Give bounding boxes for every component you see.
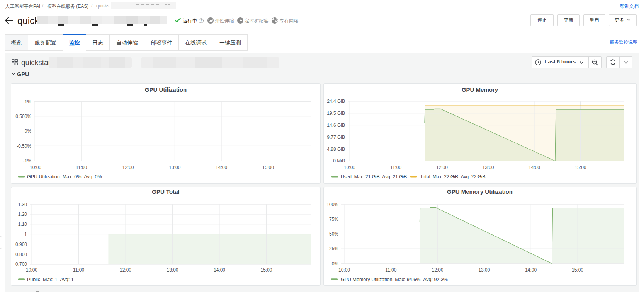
- svg-text:14:00: 14:00: [214, 267, 225, 273]
- svg-text:-1%: -1%: [23, 158, 32, 164]
- svg-text:15:00: 15:00: [262, 165, 274, 170]
- svg-text:15:00: 15:00: [574, 165, 586, 170]
- svg-text:15:00: 15:00: [260, 267, 272, 273]
- svg-text:11:00: 11:00: [385, 267, 396, 273]
- svg-text:11:00: 11:00: [76, 165, 87, 170]
- svg-text:25%: 25%: [329, 246, 338, 251]
- svg-text:10:00: 10:00: [26, 267, 37, 273]
- svg-text:1%: 1%: [25, 99, 32, 104]
- svg-text:GPU Memory Utilization: GPU Memory Utilization: [447, 188, 513, 195]
- svg-text:Public Max: 1 Avg: 1: Public Max: 1 Avg: 1: [27, 277, 74, 282]
- svg-text:0.900: 0.900: [15, 242, 27, 247]
- svg-text:19.5 GiB: 19.5 GiB: [327, 111, 345, 116]
- svg-text:75%: 75%: [329, 217, 338, 222]
- svg-text:13:00: 13:00: [169, 165, 180, 170]
- svg-text:GPU Memory Utilization Max: 9: GPU Memory Utilization Max: 94.6% Avg: 9…: [341, 277, 448, 282]
- svg-text:1.10: 1.10: [18, 222, 27, 227]
- svg-text:0.500%: 0.500%: [15, 114, 31, 119]
- svg-text:14.6 GiB: 14.6 GiB: [327, 123, 345, 128]
- svg-text:11:00: 11:00: [73, 267, 84, 273]
- svg-text:10:00: 10:00: [30, 165, 41, 170]
- svg-text:13:00: 13:00: [478, 267, 490, 273]
- svg-text:1.20: 1.20: [18, 212, 27, 217]
- svg-text:1: 1: [24, 232, 27, 237]
- svg-text:4.88 GiB: 4.88 GiB: [327, 147, 345, 152]
- svg-text:12:00: 12:00: [432, 267, 443, 273]
- svg-text:12:00: 12:00: [436, 165, 448, 170]
- svg-text:15:00: 15:00: [572, 267, 583, 273]
- svg-text:12:00: 12:00: [122, 165, 134, 170]
- svg-text:14:00: 14:00: [525, 267, 537, 273]
- svg-text:24.4 GiB: 24.4 GiB: [327, 99, 345, 104]
- svg-text:12:00: 12:00: [120, 267, 131, 273]
- svg-text:11:00: 11:00: [390, 165, 401, 170]
- svg-text:14:00: 14:00: [528, 165, 540, 170]
- svg-text:Used Max: 21 GiB Avg: 21 GiB: Used Max: 21 GiB Avg: 21 GiB: [341, 174, 407, 179]
- svg-text:GPU Utilization: GPU Utilization: [145, 86, 187, 93]
- svg-text:0 MiB: 0 MiB: [333, 158, 345, 164]
- svg-text:0%: 0%: [25, 128, 32, 134]
- svg-text:100%: 100%: [326, 202, 338, 207]
- svg-text:GPU Utilization Max: 0% Avg:: GPU Utilization Max: 0% Avg: 0%: [27, 174, 102, 179]
- svg-text:Total Max: 22 GiB Avg: 22 Gi: Total Max: 22 GiB Avg: 22 GiB: [420, 174, 486, 179]
- svg-text:13:00: 13:00: [482, 165, 494, 170]
- svg-text:10:00: 10:00: [338, 267, 350, 273]
- svg-text:0.800: 0.800: [15, 252, 27, 257]
- svg-text:?: ?: [200, 19, 202, 22]
- svg-text:0%: 0%: [332, 261, 339, 266]
- svg-text:1.30: 1.30: [18, 202, 27, 207]
- svg-text:9.77 GiB: 9.77 GiB: [327, 135, 345, 140]
- svg-text:GPU Total: GPU Total: [152, 188, 179, 195]
- svg-text:10:00: 10:00: [344, 165, 355, 170]
- svg-text:13:00: 13:00: [167, 267, 178, 273]
- svg-text:14:00: 14:00: [216, 165, 227, 170]
- svg-text:50%: 50%: [329, 231, 338, 237]
- svg-text:-0.50%: -0.50%: [17, 143, 31, 149]
- svg-text:GPU Memory: GPU Memory: [462, 86, 498, 93]
- svg-text:0.700: 0.700: [15, 261, 27, 267]
